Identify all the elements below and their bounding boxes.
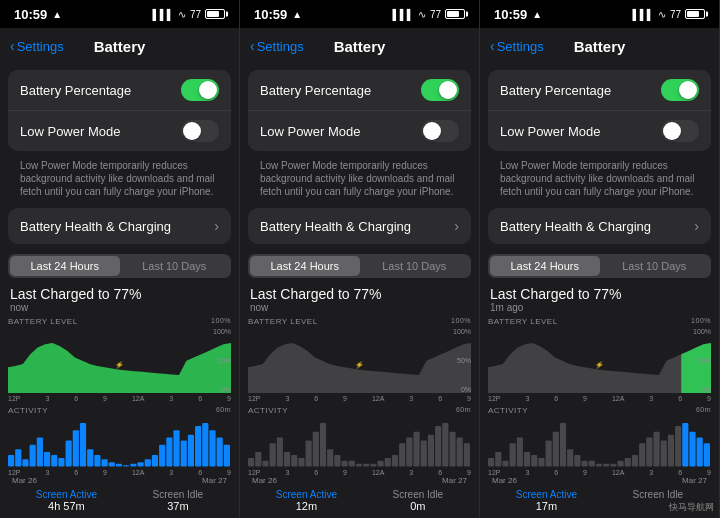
x-labels-activity: 12P36912A369 <box>8 469 231 476</box>
phone-panel-3: 10:59 ▲ ▌▌▌ ∿ 77 ‹ Settings Battery Batt… <box>480 0 720 518</box>
svg-rect-46 <box>342 461 348 467</box>
health-section[interactable]: Battery Health & Charging › <box>8 208 231 244</box>
battery-percentage-row[interactable]: Battery Percentage <box>248 70 471 111</box>
tab-10-days[interactable]: Last 10 Days <box>360 256 470 276</box>
x-label-3: 9 <box>103 395 107 402</box>
legend-area: Screen Active 4h 57m Screen Idle 37m <box>0 485 239 518</box>
time-tabs: Last 24 Hours Last 10 Days <box>8 254 231 278</box>
settings-section: Battery Percentage Low Power Mode <box>248 70 471 151</box>
health-section[interactable]: Battery Health & Charging › <box>488 208 711 244</box>
svg-rect-42 <box>313 432 319 467</box>
x-label-4: 12A <box>132 395 144 402</box>
x-label-7: 9 <box>707 395 711 402</box>
low-power-toggle[interactable] <box>661 120 699 142</box>
svg-rect-76 <box>567 450 573 467</box>
tab-24-hours[interactable]: Last 24 Hours <box>490 256 600 276</box>
battery-chart-svg: ⚡ <box>248 328 471 393</box>
screen-idle-label: Screen Idle <box>153 489 204 500</box>
svg-rect-45 <box>334 455 340 467</box>
low-power-mode-row[interactable]: Low Power Mode <box>488 111 711 151</box>
low-power-mode-row[interactable]: Low Power Mode <box>8 111 231 151</box>
x-labels-activity: 12P36912A369 <box>488 469 711 476</box>
svg-rect-18 <box>130 464 136 467</box>
low-power-toggle[interactable] <box>421 120 459 142</box>
act-x-label-5: 3 <box>169 469 173 476</box>
battery-icon <box>685 9 705 19</box>
chart-area: BATTERY LEVEL 100% ⚡ 100% 50% 0% 12P3691… <box>0 313 239 485</box>
svg-rect-94 <box>697 438 703 467</box>
wifi-icon: ∿ <box>658 9 666 20</box>
back-button[interactable]: ‹ Settings <box>250 38 304 54</box>
health-row[interactable]: Battery Health & Charging › <box>248 208 471 244</box>
x-label-2: 6 <box>554 395 558 402</box>
health-row[interactable]: Battery Health & Charging › <box>488 208 711 244</box>
activity-chart-svg <box>248 423 471 467</box>
x-label-1: 3 <box>525 395 529 402</box>
act-x-label-4: 12A <box>132 469 144 476</box>
status-bar: 10:59 ▲ ▌▌▌ ∿ 77 <box>240 0 479 28</box>
screen-idle-legend: Screen Idle 37m <box>153 489 204 512</box>
battery-percentage-toggle[interactable] <box>181 79 219 101</box>
x-label-4: 12A <box>372 395 384 402</box>
svg-rect-16 <box>116 464 122 467</box>
svg-rect-20 <box>145 460 151 467</box>
svg-rect-37 <box>277 438 283 467</box>
screen-active-value: 17m <box>536 500 557 512</box>
svg-rect-95 <box>704 444 710 467</box>
svg-text:⚡: ⚡ <box>115 360 124 369</box>
tab-24-hours[interactable]: Last 24 Hours <box>10 256 120 276</box>
svg-rect-13 <box>94 455 100 467</box>
tab-10-days[interactable]: Last 10 Days <box>600 256 710 276</box>
x-label-0: 12P <box>8 395 20 402</box>
charge-sub: now <box>250 302 469 313</box>
svg-rect-44 <box>327 450 333 467</box>
toggle-knob-2 <box>663 122 681 140</box>
act-x-label-0: 12P <box>488 469 500 476</box>
battery-percentage-row[interactable]: Battery Percentage <box>488 70 711 111</box>
charge-main: Last Charged to 77% <box>490 286 709 302</box>
tab-10-days[interactable]: Last 10 Days <box>120 256 230 276</box>
time-tabs: Last 24 Hours Last 10 Days <box>248 254 471 278</box>
battery-percentage-toggle[interactable] <box>661 79 699 101</box>
battery-text: 77 <box>430 9 441 20</box>
health-row[interactable]: Battery Health & Charging › <box>8 208 231 244</box>
svg-rect-1 <box>8 455 14 467</box>
svg-rect-84 <box>625 458 631 467</box>
act-x-label-7: 9 <box>227 469 231 476</box>
settings-section: Battery Percentage Low Power Mode <box>488 70 711 151</box>
screen-active-legend: Screen Active 12m <box>276 489 337 512</box>
act-x-label-6: 6 <box>678 469 682 476</box>
low-power-toggle[interactable] <box>181 120 219 142</box>
screen-active-label: Screen Active <box>516 489 577 500</box>
x-label-7: 9 <box>467 395 471 402</box>
svg-rect-61 <box>449 432 455 467</box>
low-power-mode-row[interactable]: Low Power Mode <box>248 111 471 151</box>
battery-percentage-toggle[interactable] <box>421 79 459 101</box>
x-label-6: 6 <box>678 395 682 402</box>
act-x-label-1: 3 <box>285 469 289 476</box>
toggle-knob-2 <box>423 122 441 140</box>
battery-percentage-label: Battery Percentage <box>20 83 131 98</box>
svg-rect-73 <box>546 441 552 467</box>
date-label-0: Mar 26 <box>492 476 517 485</box>
time-label: 10:59 <box>14 7 47 22</box>
act-x-label-7: 9 <box>467 469 471 476</box>
activity-chart-svg <box>488 423 711 467</box>
x-labels-battery: 12P36912A369 <box>248 395 471 402</box>
screen-idle-label: Screen Idle <box>393 489 444 500</box>
x-labels-battery: 12P36912A369 <box>488 395 711 402</box>
health-section[interactable]: Battery Health & Charging › <box>248 208 471 244</box>
act-x-label-3: 9 <box>583 469 587 476</box>
back-button[interactable]: ‹ Settings <box>490 38 544 54</box>
tab-24-hours[interactable]: Last 24 Hours <box>250 256 360 276</box>
act-x-label-6: 6 <box>438 469 442 476</box>
act-x-label-4: 12A <box>612 469 624 476</box>
x-label-3: 9 <box>343 395 347 402</box>
chart-area: BATTERY LEVEL 100% ⚡ 100% 50% 0% 12P3691… <box>480 313 719 485</box>
battery-percentage-row[interactable]: Battery Percentage <box>8 70 231 111</box>
date-label-0: Mar 26 <box>252 476 277 485</box>
charge-sub: now <box>10 302 229 313</box>
svg-rect-2 <box>15 450 21 467</box>
back-button[interactable]: ‹ Settings <box>10 38 64 54</box>
activity-chart <box>488 423 711 467</box>
